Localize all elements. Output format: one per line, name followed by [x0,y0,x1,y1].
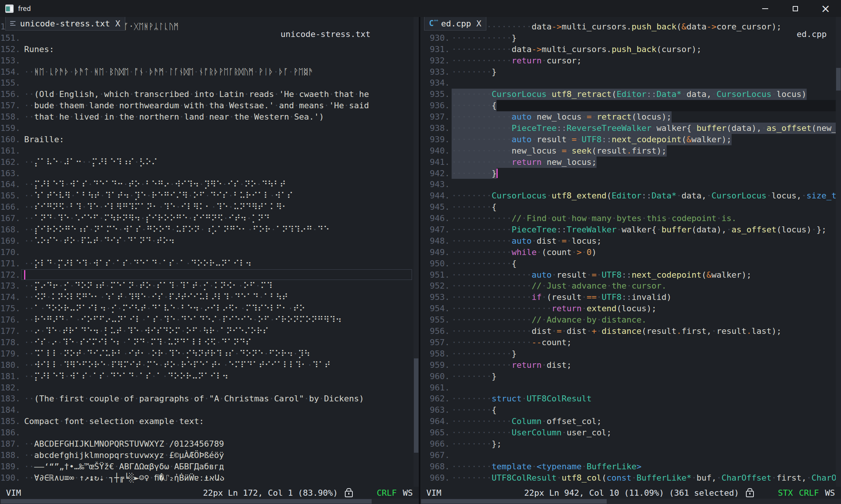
code-line[interactable]: 964.············Column·offset_col; [420,416,836,427]
tab-ed-cpp[interactable]: C++ ed.cpp X [424,17,486,31]
code-line[interactable]: 931.············data->multi_cursors.push… [420,44,836,55]
code-line[interactable]: 938.············PieceTree::ReverseTreeWa… [420,123,836,134]
scrollbar-thumb[interactable] [414,358,418,453]
code-line[interactable]: 162.··⡌⠁⠧⠑·⠼⠁⠒··⡍⠜⠇⠑⠹⠰⠎·⡣⠕⠌ [0,157,414,168]
code-line[interactable]: 184. [0,404,414,416]
code-line[interactable]: 946.············//·Find·out·how·many·byt… [420,213,836,224]
code-line[interactable]: 159. [0,123,414,134]
minimize-button[interactable] [760,3,771,14]
code-line[interactable]: 969.········UTF8ColResult·utf8_col(const… [420,472,836,484]
code-line[interactable]: 166.··⠎⠊⠛⠝⠫·⠃⠹·⠹⠑·⠊⠇⠻⠛⠹⠍⠁⠝⠂·⠹⠑·⠊⠇⠻⠅⠂·⠹⠑·… [0,201,414,213]
whitespace-dots: · [65,202,69,212]
code-line[interactable]: 965.············UserColumn·user_col; [420,427,836,438]
editor-pane-right: 929.················data->multi_cursors.… [420,17,841,504]
vertical-scrollbar[interactable] [836,17,841,499]
code-line[interactable]: 967. [420,450,836,461]
code-line[interactable]: 172. [0,269,414,281]
code-line[interactable]: 950.············{ [420,258,836,269]
code-line[interactable]: 948.············auto·dist·=·locus; [420,235,836,247]
code-line[interactable]: 960.········} [420,371,836,382]
code-line[interactable]: 957.················--count; [420,337,836,348]
code-line[interactable]: 944.········CursorLocus·utf8_extend(Edit… [420,190,836,201]
horizontal-scrollbar[interactable] [420,499,841,504]
code-line[interactable]: 154.··ᚻᛖ·ᚳᚹᚫᚦ·ᚦᚫᛏ·ᚻᛖ·ᛒᚢᛞᛖ·ᚩᚾ·ᚦᚫᛗ·ᛚᚪᚾᛞᛖ·ᚾ… [0,66,414,78]
code-line[interactable]: 179.··⠩⠁⠇⠇·⠝⠕⠞·⠙⠊⠌⠥⠗⠃·⠊⠞⠂·⠕⠗·⠹⠑·⡊⠳⠝⠞⠗⠹⠰⠎… [0,348,414,360]
maximize-button[interactable] [790,3,801,14]
code-line[interactable]: 164.··⡍⠜⠇⠑⠹·⠺⠁⠎·⠙⠑⠁⠙⠒·⠞⠕·⠃⠑⠛⠔·⠺⠊⠹⠲·⡹⠻⠑·⠊… [0,179,414,190]
code-line[interactable]: 958.············} [420,348,836,360]
code-line[interactable]: 169.··⠡⠕⠎⠑·⠞⠕·⠏⠥⠞·⠙⠊⠎·⠙⠁⠝⠙·⠞⠕⠲ [0,235,414,247]
code-line[interactable]: 156.··(Old·English,·which·transcribed·in… [0,89,414,100]
code-line[interactable]: 947.············PieceTree::TreeWalker·wa… [420,224,836,235]
code-line[interactable]: 176.··⠗⠑⠛⠜⠙·⠁·⠊⠕⠋⠋⠔⠤⠝⠁⠊⠇·⠁⠎·⠹⠑·⠙⠑⠁⠙⠑⠌·⠏⠊… [0,314,414,326]
code-line[interactable]: 171.··⡕⠇⠙·⡍⠜⠇⠑⠹·⠺⠁⠎·⠁⠎·⠙⠑⠁⠙·⠁⠎·⠁·⠙⠕⠕⠗⠤⠝⠁… [0,258,414,269]
code-line[interactable]: 163. [0,168,414,179]
code-line[interactable]: 189.··–—‘“”„†•…‰™œŠŸž€·ΑΒΓΔΩαβγδω·АБВГДа… [0,461,414,472]
code-line[interactable]: 170. [0,247,414,258]
code-line[interactable]: 953.················if·(result·==·UTF8::… [420,292,836,303]
code-line[interactable]: 930.············} [420,32,836,44]
code-line[interactable]: 942.········} [420,168,836,179]
code-line[interactable]: 968.········template·<typename·BufferLik… [420,461,836,472]
code-line[interactable]: 955.················//·Advance·by·distan… [420,314,836,326]
code-line[interactable]: 951.················auto·result·=·UTF8::… [420,269,836,281]
code-line[interactable]: 937.············auto·new_locus·=·retract… [420,111,836,123]
code-line[interactable]: 175.··⠁·⠙⠕⠕⠗⠤⠝⠁⠊⠇⠲·⡊·⠍⠊⠣⠞·⠙⠁⠧⠑·⠃⠑⠲·⠔⠊⠇⠔⠫… [0,303,414,314]
code-line[interactable]: 190.··∀∂∈ℝ∧∪≡∞·↑↗↨↻⇣·┐┼╔╘░►☺♀·ﬁ�⑀₂ἠḂӥẄɐː… [0,472,414,484]
code-line[interactable]: 155. [0,77,414,89]
code-line[interactable]: 181.··⡍⠜⠇⠑⠹·⠺⠁⠎·⠁⠎·⠙⠑⠁⠙·⠁⠎·⠁·⠙⠕⠕⠗⠤⠝⠁⠊⠇⠲ [0,371,414,382]
code-line[interactable]: 936.········{ [420,100,836,111]
code-line[interactable]: 934. [420,77,836,89]
close-button[interactable]: × [820,3,831,14]
code-line[interactable]: 180.··⠺⠊⠇⠇·⠹⠻⠑⠋⠕⠗⠑·⠏⠻⠍⠊⠞·⠍⠑·⠞⠕·⠗⠑⠏⠑⠁⠞⠂·⠑… [0,360,414,371]
code-line[interactable]: 160.Braille: [0,134,414,145]
scrollbar-thumb[interactable] [421,499,607,504]
code-line[interactable]: 153. [0,55,414,66]
code-line[interactable]: 935.········CursorLocus·utf8_retract(Edi… [420,89,836,100]
tab-close-icon[interactable]: X [476,19,481,28]
code-line[interactable]: 945.········{ [420,201,836,213]
code-line[interactable]: 177.··⠔·⠹⠑·⠞⠗⠁⠙⠑⠲·⡃⠥⠞·⠹⠑·⠺⠊⠎⠙⠕⠍·⠕⠋·⠳⠗·⠁⠝… [0,326,414,337]
scrollbar-thumb[interactable] [1,499,372,504]
code-line[interactable]: 187.··ABCDEFGHIJKLMNOPQRSTUVWXYZ·/012345… [0,438,414,450]
code-line[interactable]: 963.········{ [420,404,836,416]
code-line[interactable]: 952.················//·Just·advance·the·… [420,280,836,292]
code-line[interactable]: 182. [0,382,414,393]
code-line[interactable]: 158.··that·he·lived·in·the·northern·land… [0,111,414,123]
code-line[interactable]: 157.··bude·thaem·lande·northweardum·with… [0,100,414,111]
code-line[interactable]: 185.Compact·font·selection·example·text: [0,416,414,427]
code-line[interactable]: 188.··abcdefghijklmnopqrstuvwxyz·£©µÀÆÖÞ… [0,450,414,461]
code-line[interactable]: 186. [0,427,414,438]
code-line[interactable]: 161. [0,145,414,157]
vertical-scrollbar[interactable] [414,17,419,499]
code-line[interactable]: 167.··⠁⠝⠙·⠹⠑·⠡⠊⠑⠋·⠍⠳⠗⠝⠻⠲·⡎⠊⠗⠕⠕⠛⠑·⠎⠊⠛⠝⠫·⠊… [0,213,414,224]
code-line[interactable]: 956.················dist·=·dist·+·distan… [420,326,836,337]
code-line[interactable]: 949.············while·(count·>·0) [420,247,836,258]
code-line[interactable]: 966.········}; [420,438,836,450]
code-line[interactable]: 178.··⠊⠎·⠔·⠹⠑·⠎⠊⠍⠊⠇⠑⠆·⠁⠝⠙·⠍⠹·⠥⠝⠙⠁⠇⠇⠪⠫·⠙⠁… [0,337,414,348]
code-line[interactable]: 165.··⠱⠁⠞⠑⠧⠻·⠁⠃⠳⠞·⠹⠁⠞⠲·⡹⠑·⠗⠑⠛⠊⠌⠻·⠕⠋·⠙⠊⠎·… [0,190,414,201]
tab-close-icon[interactable]: X [115,19,120,28]
code-line[interactable]: 941.············return·new_locus; [420,157,836,168]
whitespace-dots: · [123,180,128,189]
code-line[interactable]: 932.············return·cursor; [420,55,836,66]
code-line[interactable]: 943. [420,179,836,190]
code-line[interactable]: 939.············auto·result·=·UTF8::next… [420,134,836,145]
status-bar-right: VIM 22px Ln 942, Col 10 (11.09%) (361 se… [420,487,841,499]
code-line[interactable]: 174.··⠪⠝·⠅⠝⠪⠇⠫⠛⠑⠂·⠱⠁⠞·⠹⠻⠑·⠊⠎·⠏⠜⠞⠊⠊⠥⠇⠜⠇⠹·… [0,292,414,303]
scrollbar-thumb[interactable] [836,68,841,91]
whitespace-dots: · [552,326,557,336]
code-line[interactable]: 152.Runes: [0,44,414,55]
code-line[interactable]: 961. [420,382,836,393]
horizontal-scrollbar[interactable] [0,499,419,504]
code-line[interactable]: 962.········struct·UTF8ColResult [420,393,836,404]
code-line[interactable]: 940.············new_locus·=·seek(result.… [420,145,836,157]
tab-unicode-stress[interactable]: unicode-stress.txt X [5,17,125,31]
code-line[interactable]: 954.····················return·extend(lo… [420,303,836,314]
whitespace-dots: ············ [452,56,512,65]
code-line[interactable]: 173.··⡍⠔⠙⠖·⡊·⠙⠕⠝⠰⠞·⠍⠑⠁⠝·⠞⠕·⠎⠁⠹·⠹⠁⠞·⡊·⠅⠝⠪… [0,280,414,292]
code-line[interactable]: 933.········} [420,66,836,78]
code-line[interactable]: 959.············return·dist; [420,360,836,371]
code-line[interactable]: 168.··⡎⠊⠗⠕⠕⠛⠑⠰⠎·⠝⠁⠍⠑·⠺⠁⠎·⠛⠕⠕⠙·⠥⠏⠕⠝·⠰⡡⠁⠝⠛… [0,224,414,235]
code-line[interactable]: 183.··(The·first·couple·of·paragraphs·of… [0,393,414,404]
